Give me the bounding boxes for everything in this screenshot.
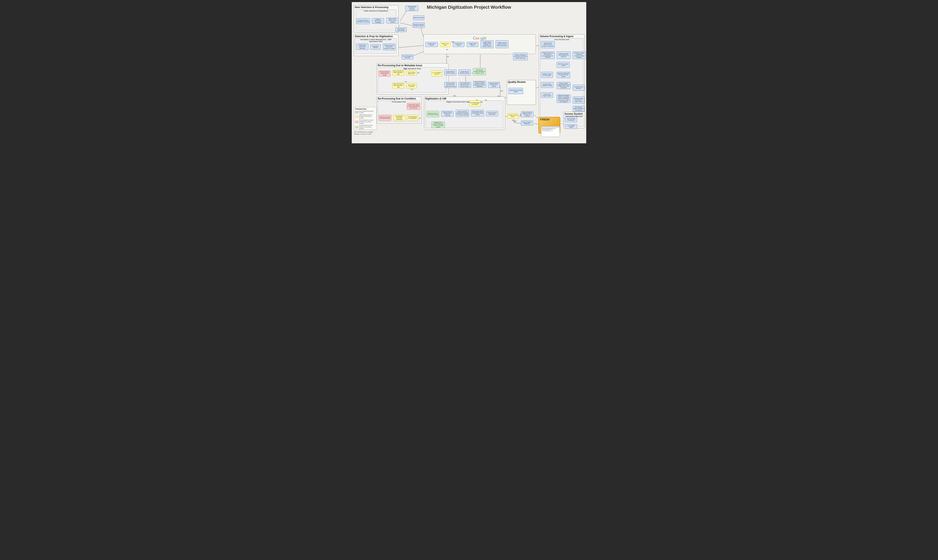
data-file-barcodes-box: Data File of Barcodes for Mirlyn Record … [557, 72, 570, 78]
google-scans-box: Google Scans Volume [453, 42, 464, 47]
circulation-title: Circulation & Stack Management – MDP Ope… [355, 38, 396, 43]
legend-box: FlowChart Key Blue indicates the primary… [354, 107, 377, 130]
user-reported-box: User Reported Metadata Corrections [406, 6, 418, 11]
yes-label-5: YES [453, 95, 456, 97]
physical-volume-reshelved2-box: Physical Volume Reshelved [521, 120, 533, 125]
quality-review-samples-created-box: Quality Review Samples Created [541, 82, 554, 88]
reprocessing-metadata-title: Re-Processing Due to Metadata Issue [377, 63, 448, 67]
no-label-5: no [420, 117, 421, 119]
materials-special-collections-box: Materials from Special Collections (not … [432, 122, 445, 128]
google-returns-box: Google Returns Physical Volume [458, 69, 471, 75]
mdp-operations-title: MDP Operations Team [378, 68, 446, 70]
yes-label-4: Yes [485, 99, 487, 101]
item-lacking-barcode-box: Item Lacking Barcode? [406, 83, 417, 88]
legend-item-yellow: Yellow indicates the first deviation fro… [355, 114, 375, 119]
physical-volume-prep-scanning-box: Physical Volume Prepared for Scanning [441, 111, 454, 117]
item-selection-title: Item Selection & Processing [354, 5, 398, 9]
um-scanned-images-box: UM Scanned Images Uploaded to Google for… [473, 68, 486, 75]
physical-volume-reshelved-box: Physical Volume Reshelved in Library [488, 82, 500, 88]
metadata-pulled-box: Metadata Pulled from Mirlyn if Public Do… [573, 97, 585, 104]
preservation-title: Preservation Unit [378, 101, 419, 103]
svg-text:yes: yes [514, 120, 517, 122]
item-lacking-bib-box: Item Lacking Bib Record? [406, 71, 417, 75]
no-label-7: no [520, 114, 521, 115]
public-services-title: Public Services & Acquisitions [356, 10, 396, 12]
legend-item-pink: Pink indicates the second deviation from… [355, 120, 375, 124]
footer-line1: Title: MDPflowchart_v3.graffle [354, 131, 373, 133]
volume-ok-scan-box: Volume ok to Scan? [440, 42, 450, 47]
barcoded-box: Barcoded & Wanded [370, 44, 381, 50]
google-rejects-box: Google Rejects Physical Volume [444, 69, 456, 75]
physical-volumes-returned-mdp-box: Physical Volumes Returned to MDP Operati… [473, 81, 486, 88]
file-returned-barcodes-box: File of Returned Barcodes Sent to Librar… [458, 82, 471, 88]
footer-line2: Modified: Thu Dec 04 2008 [354, 133, 371, 135]
yes-label-1: Yes [452, 41, 454, 43]
quality-review-title: Quality Review [507, 80, 536, 84]
svg-text:No: No [447, 56, 449, 57]
no-label-3: NO [417, 72, 419, 74]
are-pages-acceptable-box: Are Page Images Acceptable? [469, 100, 481, 106]
oai-records-box: OAI Records Made Available in OAI Provid… [573, 106, 585, 112]
page-images-rudimentary-box: Page Images Given Rudimentary Quality Re… [471, 110, 484, 117]
item-repair-box: Item Repair & Rebinding Preparation [393, 115, 406, 121]
yes-label-3: Yes [404, 81, 407, 83]
records-posted-box: Records Posted for Google to retrieve [413, 22, 425, 28]
physical-volumes-delivery-box: Physical Volumes Prepared for Delivery t… [383, 44, 395, 50]
item-process-status-box: Item Process Status Added [395, 28, 407, 32]
shelf-range-box: Shelf Range Selected for Digitization [356, 44, 369, 50]
svg-line-11 [396, 45, 426, 48]
mets-documents-box: METS Documents Created [557, 62, 569, 68]
finish-box: FINISH [538, 117, 560, 134]
library-systems-update-box: Library Systems Update Mirlyn Record & A… [557, 82, 571, 89]
volume-processing-title: Volume Processing & Ingest [539, 34, 585, 38]
selection-prep-title: Selection & Prep for Digitization [354, 34, 398, 38]
google-converts-box: Google Converts Images & Data to MDP Spe… [495, 40, 509, 48]
digital-conversion-intake-box: Digital Conversion Unit Intake Process [427, 111, 439, 117]
legend-item-blue: Blue indicates the primary workflow [355, 111, 375, 114]
yes-label-2: Yes [404, 69, 407, 70]
svg-line-4 [400, 11, 407, 21]
librarians-box: Librarians Select & Buy Books & Journals [356, 18, 370, 24]
handles-created-box: Handles Created for Documents [541, 72, 553, 78]
digital-conversion-title: Digital Conversion Unit / Digital Reform… [426, 101, 503, 103]
item-corrected-mdp2-box: Item Corrected by MDP Operations Team [392, 83, 404, 88]
checksum-values-box: Checksum Values Loaded Into Checksum Arc… [572, 52, 586, 59]
images-data-validated-box: Images and Data Files Validated via GROO… [557, 52, 571, 59]
preservation-intake-box: Preservation Intake for Items Rejected f… [407, 103, 420, 110]
yes-label-6: yes [512, 120, 514, 121]
ui-usability-box: UI & Usability Testing [565, 124, 577, 129]
condition-book-good-box: Condition of book good? [507, 114, 518, 118]
svg-line-6 [400, 23, 415, 26]
access-system-dev-box: Access System Development [565, 117, 577, 122]
rights-db-updated-box: Rights Db Updated Based on Copyright Sta… [557, 94, 571, 103]
is-publisher-optout-box: Is it a Publisher Opt-out? [432, 71, 442, 77]
process-status-removed-box: Process Status Removed from Mirlyn Item … [444, 82, 457, 88]
google-makes-images-box: Google Makes Images & Data Available via… [481, 40, 494, 48]
addition-materials-box: Addition of Materials Scanned by UM Prio… [513, 53, 528, 60]
physical-volume-resubmit-box: Physical Volume Resubmitted to Google [379, 71, 390, 77]
core-services-title: Core Services Unit [540, 38, 583, 41]
file-checkedin-box: File of Checked-in Barcodes [402, 54, 413, 59]
document-images-loaded-box: Document & Images Loaded [541, 92, 553, 98]
materials-shelved-box: Materials Shelved [413, 15, 424, 20]
images-data-decrypted-box: Images & Data Files Decrypted & Decompre… [541, 52, 555, 59]
physical-volume-rescanned-box: Physical Volume Rescanned [486, 111, 498, 116]
ordering-box: Ordering, Receiving, & Cataloging [372, 18, 384, 24]
page-wrapper: Michigan Digitization Project Workflow [352, 2, 586, 143]
quality-review-sample-images-box: Quality Review Sample Images [509, 88, 523, 94]
legend-title: FlowChart Key [355, 108, 375, 110]
no-label-4: No [411, 89, 413, 90]
rebinding-box: Rebinding & Repair of Physical Volume [379, 115, 391, 121]
copyright-status-box: Copyright Status Research [573, 85, 585, 91]
images-data-retrieved-box: Images & Data Retrieved from Google via … [541, 41, 555, 48]
digitization-um-title: Digitization @ UM [424, 97, 505, 100]
svg-text:Yes: Yes [501, 90, 503, 92]
item-corrected-mdp-box: Item Corrected by MDP Operations Team [392, 70, 404, 75]
mirlyn-box: Mirlyn (online public access catalog) [386, 18, 398, 23]
google-intake-box: Google Intake Process [425, 42, 438, 47]
google-ocrs-box: Google OCRs Volume [467, 42, 478, 47]
physical-volumes-shipped-box: Physical Volumes Shipped for Scanning or… [456, 110, 469, 117]
no-label-6: No [476, 99, 478, 101]
no-label-1: No [446, 49, 448, 50]
item-rebindable-box: Item Rebindable or Rebindable? [407, 115, 418, 120]
